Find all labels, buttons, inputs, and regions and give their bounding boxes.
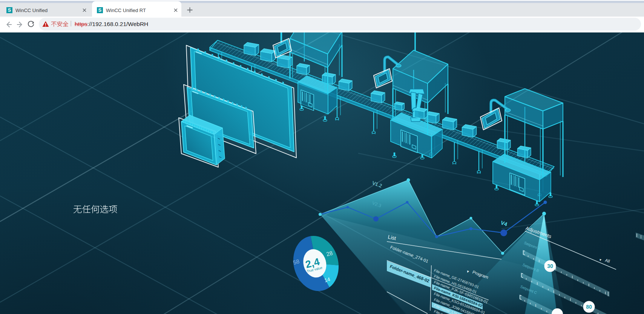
svg-text:80: 80 bbox=[586, 304, 592, 310]
svg-text:30: 30 bbox=[547, 263, 553, 269]
